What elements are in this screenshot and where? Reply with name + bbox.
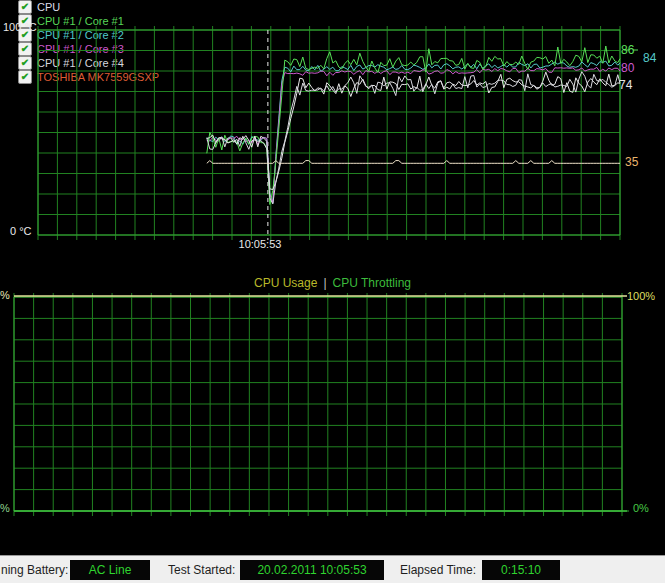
usage-left-bottom-label: %	[0, 502, 10, 514]
temperature-chart-canvas	[0, 20, 665, 260]
elapsed-time-value-box: 0:15:10	[482, 560, 560, 580]
battery-value-box: AC Line	[70, 560, 150, 580]
checkbox-icon[interactable]: ✔	[18, 0, 32, 14]
usage-left-top-label: %	[0, 289, 10, 301]
temp-y-max-label: 100 °C	[3, 21, 37, 33]
test-started-value: 20.02.2011 10:05:53	[257, 563, 366, 577]
temp-y-min-label: 0 °C	[10, 225, 32, 237]
current-temp-value: 74	[619, 78, 632, 92]
battery-value: AC Line	[89, 563, 132, 577]
current-temp-value: 86	[621, 43, 634, 57]
usage-right-bottom-label: 0%	[633, 502, 649, 514]
elapsed-time-value: 0:15:10	[501, 563, 541, 577]
current-temp-value: 80	[621, 61, 634, 75]
usage-right-top-label: 100%	[627, 290, 655, 302]
sensor-toggle-0[interactable]: ✔CPU	[18, 0, 665, 14]
elapsed-time-label: Elapsed Time:	[400, 563, 476, 577]
sensor-toggle-bar: ✔CPU✔CPU #1 / Core #1✔CPU #1 / Core #2✔C…	[0, 0, 665, 22]
current-temp-value: 35	[625, 155, 638, 169]
temp-x-axis-time-label: 10:05:53	[225, 238, 295, 250]
current-temp-value: 84	[643, 51, 656, 65]
test-started-value-box: 20.02.2011 10:05:53	[240, 560, 384, 580]
battery-label: ning Battery:	[1, 563, 68, 577]
status-bar: ning Battery: AC Line Test Started: 20.0…	[0, 555, 665, 583]
sensor-toggle-label: CPU	[37, 1, 60, 13]
usage-chart-canvas	[0, 260, 665, 540]
test-started-label: Test Started:	[168, 563, 235, 577]
